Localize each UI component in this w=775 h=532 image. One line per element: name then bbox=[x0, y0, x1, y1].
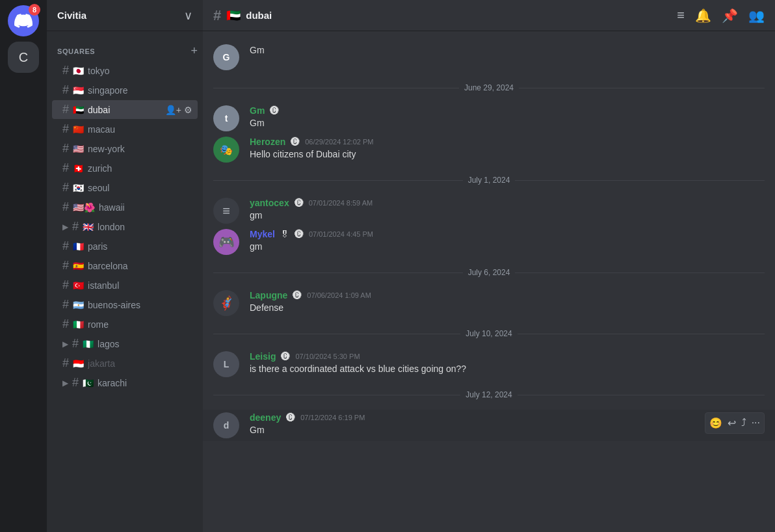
channel-hash-icon: # bbox=[213, 7, 221, 24]
emoji-react-button[interactable]: 😊 bbox=[708, 416, 724, 431]
table-row: G Gm bbox=[203, 42, 775, 73]
discord-logo[interactable]: 8 bbox=[8, 5, 39, 36]
date-divider-june29: June 29, 2024 bbox=[203, 78, 775, 98]
sidebar-item-tokyo[interactable]: #🇯🇵tokyo bbox=[52, 61, 198, 80]
sidebar-item-istanbul[interactable]: #🇹🇷istanbul bbox=[52, 276, 198, 295]
avatar: 🎮 bbox=[213, 229, 239, 255]
sidebar-item-paris[interactable]: #🇫🇷paris bbox=[52, 237, 198, 256]
message-username[interactable]: Lapugne bbox=[250, 290, 287, 300]
server-header[interactable]: Civitia ∨ bbox=[47, 0, 203, 31]
table-row: ≡ yantocex 🅒 07/01/2024 8:59 AM gm bbox=[203, 195, 775, 226]
sidebar-item-lagos[interactable]: ▶#🇳🇬lagos bbox=[52, 334, 198, 353]
server-name: Civitia bbox=[57, 10, 86, 21]
verified-badge: 🅒 bbox=[295, 198, 304, 208]
hash-icon: # bbox=[62, 181, 69, 194]
verified-badge: 🅒 bbox=[293, 290, 302, 300]
message-text: Hello citizens of Dubai city bbox=[250, 148, 765, 161]
reply-button[interactable]: ↩ bbox=[726, 416, 737, 431]
message-timestamp: 07/01/2024 4:45 PM bbox=[309, 230, 373, 238]
sidebar-item-barcelona[interactable]: #🇪🇸barcelona bbox=[52, 256, 198, 275]
message-content: Lapugne 🅒 07/06/2024 1:09 AM Defense bbox=[250, 290, 765, 316]
divider-line bbox=[515, 180, 765, 181]
channel-flag: 🇰🇷 bbox=[73, 183, 84, 193]
hash-icon: # bbox=[62, 64, 69, 77]
channel-flag: 🇯🇵 bbox=[73, 66, 84, 76]
message-username[interactable]: deeney bbox=[250, 412, 281, 423]
sidebar-item-macau[interactable]: #🇨🇳macau bbox=[52, 120, 198, 139]
message-username[interactable]: Leisig bbox=[250, 351, 276, 362]
sidebar-item-karachi[interactable]: ▶#🇵🇰karachi bbox=[52, 373, 198, 392]
message-content: yantocex 🅒 07/01/2024 8:59 AM gm bbox=[250, 198, 765, 224]
channel-flag: 🇦🇪 bbox=[73, 105, 84, 115]
message-username[interactable]: Herozen bbox=[250, 137, 285, 147]
channel-flag: 🇹🇷 bbox=[73, 280, 84, 291]
hash-icon: # bbox=[62, 298, 69, 312]
hash-icon: # bbox=[62, 356, 69, 370]
verified-badge: 🅒 bbox=[291, 137, 300, 147]
category-label: SQUARES bbox=[57, 47, 95, 55]
extra-badge: 🎖 bbox=[280, 229, 289, 239]
hash-icon: # bbox=[72, 337, 79, 351]
server-icon-civitia[interactable]: C bbox=[8, 42, 39, 73]
channel-flag: 🇨🇭 bbox=[73, 163, 84, 174]
channel-name: dubai bbox=[88, 105, 161, 115]
chevron-right-icon: ▶ bbox=[62, 222, 68, 232]
hash-icon: # bbox=[72, 220, 79, 233]
channel-name: zurich bbox=[88, 163, 192, 174]
sidebar-item-singapore[interactable]: #🇸🇬singapore bbox=[52, 81, 198, 100]
message-content: Leisig 🅒 07/10/2024 5:30 PM is there a c… bbox=[250, 351, 765, 377]
forward-button[interactable]: ⤴ bbox=[740, 416, 748, 431]
divider-line bbox=[519, 88, 765, 88]
message-timestamp: 06/29/2024 12:02 PM bbox=[305, 138, 373, 146]
sidebar-item-london[interactable]: ▶#🇬🇧london bbox=[52, 217, 198, 236]
more-options-button[interactable]: ··· bbox=[750, 416, 761, 431]
message-text: Gm bbox=[250, 117, 765, 130]
category-add-icon[interactable]: + bbox=[190, 44, 198, 58]
thread-icon[interactable]: ≡ bbox=[677, 8, 685, 23]
sidebar-item-jakarta[interactable]: #🇮🇩jakarta bbox=[52, 354, 198, 373]
hash-icon: # bbox=[62, 122, 69, 136]
table-row: t Gm 🅒 Gm bbox=[203, 103, 775, 134]
channel-name: lagos bbox=[98, 339, 192, 349]
message-text: Defense bbox=[250, 302, 765, 315]
sidebar-item-buenos-aires[interactable]: #🇦🇷buenos-aires bbox=[52, 295, 198, 314]
channel-header-flag: 🇦🇪 bbox=[226, 8, 241, 23]
message-username[interactable]: Gm bbox=[250, 105, 265, 116]
sidebar-item-dubai[interactable]: #🇦🇪dubai 👤+ ⚙ bbox=[52, 100, 198, 119]
message-username[interactable]: yantocex bbox=[250, 198, 289, 208]
sidebar-item-zurich[interactable]: #🇨🇭zurich bbox=[52, 159, 198, 178]
message-text: is there a coordinated attack vs blue ci… bbox=[250, 363, 765, 376]
sidebar-item-new-york[interactable]: #🇺🇸new-york bbox=[52, 139, 198, 158]
channel-name: new-york bbox=[88, 144, 192, 154]
message-header: Leisig 🅒 07/10/2024 5:30 PM bbox=[250, 351, 765, 362]
sidebar-item-seoul[interactable]: #🇰🇷seoul bbox=[52, 178, 198, 197]
chevron-down-icon: ∨ bbox=[184, 8, 192, 23]
avatar: 🎭 bbox=[213, 137, 239, 163]
members-icon[interactable]: 👥 bbox=[748, 8, 765, 23]
channel-flag: 🇬🇧 bbox=[83, 222, 94, 232]
date-label: July 10, 2024 bbox=[466, 329, 512, 338]
bell-icon[interactable]: 🔔 bbox=[695, 8, 711, 23]
channel-flag: 🇨🇳 bbox=[73, 124, 84, 135]
channel-flag: 🇳🇬 bbox=[83, 339, 94, 349]
settings-icon[interactable]: ⚙ bbox=[184, 105, 192, 115]
add-member-icon[interactable]: 👤+ bbox=[165, 105, 181, 115]
discord-sidebar: 8 C bbox=[0, 0, 47, 532]
channel-name: hawaii bbox=[99, 202, 192, 213]
category-squares[interactable]: SQUARES + bbox=[47, 42, 203, 60]
message-timestamp: 07/10/2024 5:30 PM bbox=[295, 352, 360, 360]
channel-name: istanbul bbox=[88, 280, 192, 291]
sidebar-item-rome[interactable]: #🇮🇹rome bbox=[52, 315, 198, 334]
channel-name: seoul bbox=[88, 183, 192, 193]
sidebar-item-hawaii[interactable]: #🇺🇸🌺hawaii bbox=[52, 198, 198, 217]
pin-icon[interactable]: 📌 bbox=[722, 8, 738, 23]
main-chat: # 🇦🇪 dubai ≡ 🔔 📌 👥 G Gm June 29, 2024 bbox=[203, 0, 775, 532]
hash-icon: # bbox=[62, 103, 69, 116]
message-content: Herozen 🅒 06/29/2024 12:02 PM Hello citi… bbox=[250, 137, 765, 163]
avatar: 🦸 bbox=[213, 290, 239, 316]
message-header: yantocex 🅒 07/01/2024 8:59 AM bbox=[250, 198, 765, 208]
message-content: Gm 🅒 Gm bbox=[250, 105, 765, 131]
message-username[interactable]: Mykel bbox=[250, 229, 275, 239]
avatar: ≡ bbox=[213, 198, 239, 224]
date-label: July 12, 2024 bbox=[466, 390, 512, 399]
